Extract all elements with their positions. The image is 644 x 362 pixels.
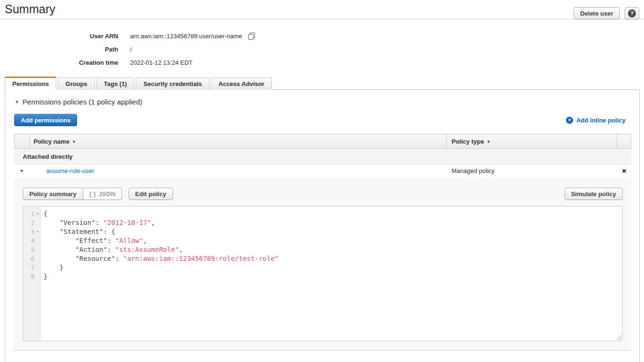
json-plain-token: ,	[143, 237, 147, 244]
json-plain-token: }	[44, 264, 63, 271]
json-string-token: "arn:aws:iam::123456789:role/test-role"	[123, 255, 279, 262]
policy-table-header: Policy name ▾ Policy type ▾	[14, 134, 631, 149]
add-permissions-button[interactable]: Add permissions	[14, 114, 77, 126]
json-plain-token: ,	[179, 246, 183, 253]
expander-column-header	[15, 134, 30, 148]
json-plain-token: "Statement": {	[44, 228, 115, 235]
iam-user-summary-page: Summary Delete user ? User ARN arn:aws:i…	[0, 0, 644, 362]
header-actions: Delete user ?	[574, 7, 639, 19]
gutter-line: 2	[23, 218, 41, 227]
line-number: 1	[25, 209, 35, 218]
gutter-line: 8	[23, 272, 41, 281]
add-inline-policy-label: Add inline policy	[576, 117, 626, 124]
field-row-creation-time: Creation time 2022-01-12 13:24 EDT	[0, 56, 255, 69]
gutter-line: 3▾	[23, 227, 41, 236]
policy-type-column-header[interactable]: Policy type ▾	[446, 134, 617, 148]
fold-caret-icon[interactable]: ▾	[35, 227, 41, 236]
user-arn-label: User ARN	[0, 33, 118, 40]
plus-circle-icon: +	[566, 117, 573, 124]
copy-icon[interactable]	[248, 33, 255, 40]
json-string-token: "2012-10-17"	[103, 219, 151, 226]
table-row: ▾ assume-role-user Managed policy ✖	[14, 164, 631, 177]
code-line[interactable]: "Statement": {	[44, 227, 622, 236]
edit-policy-button[interactable]: Edit policy	[129, 188, 173, 200]
permissions-policies-heading: ▾ Permissions policies (1 policy applied…	[16, 98, 631, 106]
summary-fields: User ARN arn:aws:iam::123456789:user/use…	[0, 29, 255, 69]
tab-permissions[interactable]: Permissions	[5, 77, 56, 90]
json-view-button[interactable]: { } JSON	[83, 188, 122, 200]
line-number: 7	[25, 263, 35, 272]
policy-type-cell: Managed policy	[447, 167, 617, 174]
fold-spacer	[35, 218, 41, 227]
tab-tags[interactable]: Tags (1)	[96, 78, 135, 90]
code-line[interactable]: }	[44, 263, 622, 272]
policy-name-header-label: Policy name	[34, 138, 70, 145]
help-button[interactable]: ?	[625, 7, 639, 19]
policy-table: Policy name ▾ Policy type ▾ Attached dir…	[14, 134, 631, 351]
tab-access-advisor[interactable]: Access Advisor	[211, 78, 272, 90]
code-line[interactable]: "Version": "2012-10-17",	[44, 218, 622, 227]
tab-groups[interactable]: Groups	[58, 78, 95, 90]
policy-name-column-header[interactable]: Policy name ▾	[30, 134, 446, 148]
tab-security-credentials[interactable]: Security credentials	[136, 78, 209, 90]
action-column-header	[617, 134, 631, 148]
policy-actions-row: Add permissions + Add inline policy	[14, 114, 631, 126]
code-line[interactable]: "Resource": "arn:aws:iam::123456789:role…	[44, 254, 622, 263]
gutter-line: 1▾	[23, 209, 41, 218]
gutter-line: 5	[23, 245, 41, 254]
attached-directly-group-row: Attached directly	[14, 149, 631, 164]
code-line[interactable]: "Effect": "Allow",	[44, 236, 622, 245]
panel-content: ▾ Permissions policies (1 policy applied…	[5, 90, 639, 351]
json-policy-editor[interactable]: 1▾23▾45678 { "Version": "2012-10-17", "S…	[23, 206, 623, 341]
line-number: 2	[25, 218, 35, 227]
fold-spacer	[35, 245, 41, 254]
add-inline-policy-link[interactable]: + Add inline policy	[566, 117, 626, 124]
policy-view-buttons: Policy summary { } JSON Edit policy	[23, 188, 173, 200]
json-string-token: "sts:AssumeRole"	[115, 246, 179, 253]
user-arn-value: arn:aws:iam::123456789:user/user-name	[130, 33, 255, 40]
collapse-caret-icon[interactable]: ▾	[16, 99, 18, 104]
fold-spacer	[35, 236, 41, 245]
fold-spacer	[35, 254, 41, 263]
creation-time-label: Creation time	[0, 59, 118, 66]
sort-caret-icon: ▾	[487, 139, 490, 144]
fold-spacer	[35, 263, 41, 272]
line-number: 4	[25, 236, 35, 245]
permissions-policies-heading-text: Permissions policies (1 policy applied)	[23, 98, 142, 106]
row-expand-caret-icon[interactable]: ▾	[14, 168, 29, 174]
code-line[interactable]: {	[44, 209, 622, 218]
policy-name-link[interactable]: assume-role-user	[46, 167, 94, 174]
user-arn-text: arn:aws:iam::123456789:user/user-name	[130, 33, 242, 40]
json-plain-token: "Action":	[44, 246, 115, 253]
line-number: 8	[25, 272, 35, 281]
gutter-line: 6	[23, 254, 41, 263]
code-line[interactable]: }	[44, 272, 622, 281]
json-plain-token: {	[44, 210, 47, 217]
gutter-line: 4	[23, 236, 41, 245]
help-icon: ?	[628, 9, 636, 17]
sort-caret-icon: ▾	[73, 139, 75, 144]
path-value: /	[130, 46, 132, 53]
fold-spacer	[35, 272, 41, 281]
json-plain-token: }	[44, 273, 47, 280]
delete-user-button[interactable]: Delete user	[574, 7, 620, 19]
json-plain-token: "Effect":	[44, 237, 115, 244]
line-number: 3	[25, 227, 35, 236]
tab-bar: Permissions Groups Tags (1) Security cre…	[5, 77, 640, 90]
simulate-policy-button[interactable]: Simulate policy	[565, 188, 623, 200]
detach-policy-icon[interactable]: ✖	[617, 168, 631, 174]
line-number: 6	[25, 254, 35, 263]
permissions-tab-panel: ▾ Permissions policies (1 policy applied…	[5, 89, 640, 362]
policy-detail-expanded-row: Policy summary { } JSON Edit policy Simu…	[14, 177, 631, 351]
fold-caret-icon[interactable]: ▾	[35, 209, 41, 218]
creation-time-value: 2022-01-12 13:24 EDT	[130, 59, 192, 66]
json-plain-token: "Version":	[44, 219, 103, 226]
editor-gutter: 1▾23▾45678	[23, 207, 41, 341]
policy-summary-button[interactable]: Policy summary	[23, 188, 83, 200]
json-string-token: "Allow"	[115, 237, 143, 244]
path-label: Path	[0, 46, 118, 53]
policy-detail-actions: Policy summary { } JSON Edit policy Simu…	[23, 188, 623, 200]
policy-view-toggle-group: Policy summary { } JSON	[23, 188, 122, 200]
editor-code[interactable]: { "Version": "2012-10-17", "Statement": …	[41, 207, 622, 341]
code-line[interactable]: "Action": "sts:AssumeRole",	[44, 245, 622, 254]
